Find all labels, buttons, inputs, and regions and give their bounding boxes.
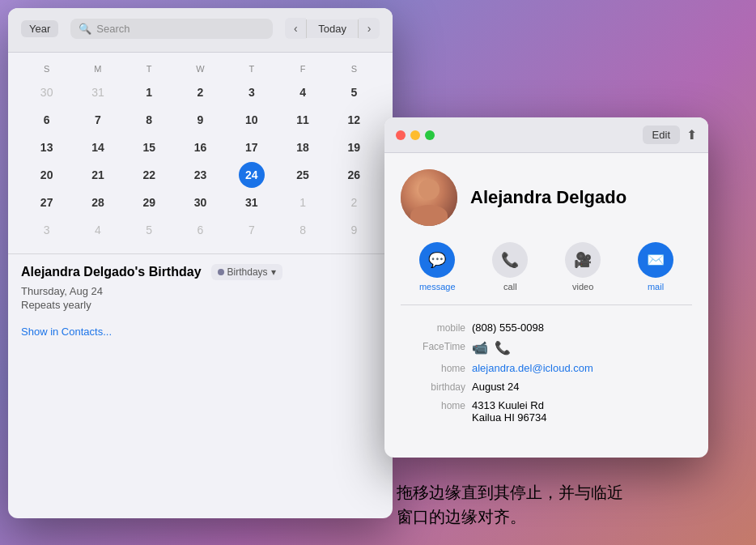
table-row[interactable]: 17 (239, 134, 265, 160)
event-title: Alejandra Delgado's Birthday (21, 265, 202, 279)
share-icon: ⬆ (686, 128, 697, 142)
day-header-s1: S (21, 62, 72, 75)
event-title-row: Alejandra Delgado's Birthday Birthdays ▾ (21, 264, 380, 280)
instruction-text: 拖移边缘直到其停止，并与临近窗口的边缘对齐。 (397, 480, 748, 529)
event-repeat: Repeats yearly (21, 299, 380, 311)
prev-month-button[interactable]: ‹ (285, 18, 306, 39)
call-label: call (503, 282, 517, 292)
close-button[interactable] (396, 130, 406, 140)
table-row[interactable]: 8 (290, 217, 316, 243)
table-row[interactable]: 13 (34, 134, 60, 160)
table-row[interactable]: 12 (341, 107, 367, 133)
calendar-nav: ‹ Today › (285, 18, 380, 39)
table-row[interactable]: 14 (85, 134, 111, 160)
table-row[interactable]: 9 (341, 217, 367, 243)
day-headers: S M T W T F S (21, 62, 380, 75)
table-row[interactable]: 23 (187, 162, 213, 188)
search-placeholder: Search (96, 23, 265, 35)
facetime-video-icon[interactable]: 📹 (472, 340, 488, 356)
table-row[interactable]: 4 (85, 217, 111, 243)
edit-button[interactable]: Edit (643, 126, 680, 144)
table-row[interactable]: 4 (290, 79, 316, 105)
table-row[interactable]: 30 (187, 189, 213, 215)
table-row[interactable]: 11 (290, 107, 316, 133)
contact-name: Alejandra Delgado (470, 187, 626, 208)
list-item: birthday August 24 (401, 381, 692, 393)
event-details: Alejandra Delgado's Birthday Birthdays ▾… (8, 253, 393, 338)
table-row[interactable]: 1 (136, 79, 162, 105)
table-row[interactable]: 30 (34, 79, 60, 105)
table-row[interactable]: 26 (341, 162, 367, 188)
table-row[interactable]: 16 (187, 134, 213, 160)
table-row[interactable]: 25 (290, 162, 316, 188)
table-row[interactable]: 31 (239, 189, 265, 215)
video-button[interactable]: 🎥 (565, 242, 601, 278)
table-row[interactable]: 21 (85, 162, 111, 188)
today-cell[interactable]: 24 (239, 162, 265, 188)
avatar-image (401, 169, 457, 226)
table-row[interactable]: 7 (239, 217, 265, 243)
mail-label: mail (648, 282, 664, 292)
table-row[interactable]: 8 (136, 107, 162, 133)
facetime-label: FaceTime (401, 340, 465, 352)
table-row[interactable]: 19 (341, 134, 367, 160)
today-button[interactable]: Today (306, 19, 359, 38)
table-row[interactable]: 10 (239, 107, 265, 133)
search-icon: 🔍 (79, 23, 91, 35)
next-month-button[interactable]: › (359, 18, 380, 39)
call-action: 📞 call (492, 242, 528, 292)
dropdown-icon[interactable]: ▾ (271, 266, 276, 278)
table-row[interactable]: 6 (34, 107, 60, 133)
home-address-label: home (401, 399, 465, 411)
minimize-button[interactable] (410, 130, 420, 140)
table-row[interactable]: 28 (85, 189, 111, 215)
table-row[interactable]: 22 (136, 162, 162, 188)
home-email-value[interactable]: alejandra.del@icloud.com (472, 362, 692, 374)
share-button[interactable]: ⬆ (686, 127, 697, 143)
message-button[interactable]: 💬 (419, 242, 455, 278)
birthday-badge-label: Birthdays (227, 266, 268, 278)
table-row[interactable]: 20 (34, 162, 60, 188)
table-row[interactable]: 31 (85, 79, 111, 105)
table-row[interactable]: 27 (34, 189, 60, 215)
table-row[interactable]: 2 (341, 189, 367, 215)
event-date: Thursday, Aug 24 (21, 285, 380, 297)
show-contacts-link[interactable]: Show in Contacts... (21, 326, 112, 338)
mobile-label: mobile (401, 321, 465, 334)
mail-button[interactable]: ✉️ (638, 242, 673, 278)
action-buttons: 💬 message 📞 call 🎥 video ✉️ mail (401, 242, 692, 305)
table-row[interactable]: 9 (187, 107, 213, 133)
contact-header: Alejandra Delgado (401, 169, 692, 226)
table-row[interactable]: 2 (187, 79, 213, 105)
home-email-label: home (401, 362, 465, 374)
table-row[interactable]: 15 (136, 134, 162, 160)
calendar-grid: 30 31 1 2 3 4 5 6 7 8 9 10 11 12 13 14 1… (21, 79, 380, 244)
facetime-icons: 📹 📞 (472, 340, 692, 356)
table-row[interactable]: 3 (239, 79, 265, 105)
message-action: 💬 message (419, 242, 456, 292)
day-header-t2: T (226, 62, 277, 75)
table-row[interactable]: 5 (341, 79, 367, 105)
table-row[interactable]: 1 (290, 189, 316, 215)
contact-toolbar: Edit ⬆ (643, 126, 697, 144)
table-row[interactable]: 7 (85, 107, 111, 133)
day-header-m: M (72, 62, 123, 75)
birthday-value: August 24 (472, 381, 692, 393)
table-row[interactable]: 5 (136, 217, 162, 243)
day-header-f: F (277, 62, 328, 75)
table-row[interactable]: 6 (187, 217, 213, 243)
table-row[interactable]: 29 (136, 189, 162, 215)
mobile-value[interactable]: (808) 555-0098 (472, 321, 692, 334)
year-badge[interactable]: Year (21, 20, 58, 37)
contact-titlebar: Edit ⬆ (384, 117, 708, 153)
table-row[interactable]: 18 (290, 134, 316, 160)
avatar (401, 169, 457, 226)
search-bar[interactable]: 🔍 Search (70, 19, 273, 39)
contact-window: Edit ⬆ Alejandra Delgado 💬 message 📞 cal… (384, 117, 708, 458)
table-row[interactable]: 3 (34, 217, 60, 243)
call-button[interactable]: 📞 (492, 242, 528, 278)
maximize-button[interactable] (425, 130, 435, 140)
facetime-audio-icon[interactable]: 📞 (495, 340, 511, 356)
day-header-w: W (175, 62, 226, 75)
list-item: mobile (808) 555-0098 (401, 321, 692, 334)
